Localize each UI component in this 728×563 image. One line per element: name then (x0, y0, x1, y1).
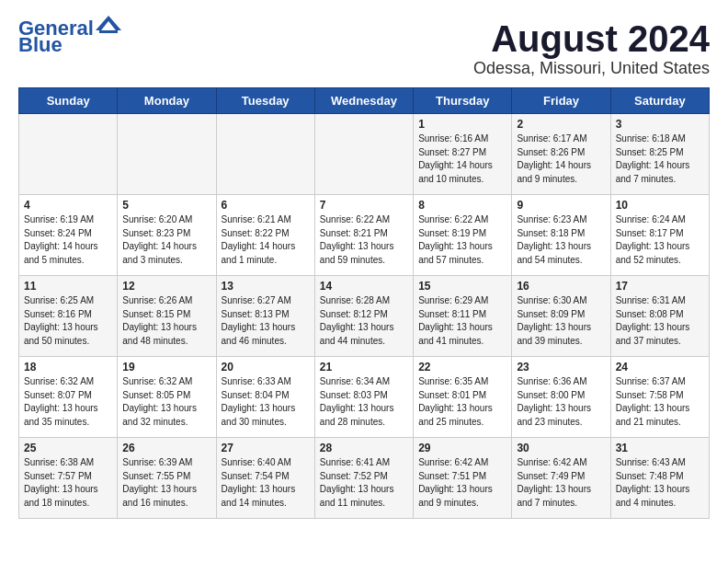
day-header-wednesday: Wednesday (314, 88, 413, 114)
calendar-week-3: 11Sunrise: 6:25 AM Sunset: 8:16 PM Dayli… (19, 276, 710, 357)
day-number: 22 (418, 361, 506, 373)
calendar-week-5: 25Sunrise: 6:38 AM Sunset: 7:57 PM Dayli… (19, 438, 710, 519)
logo-blue: Blue (18, 35, 63, 55)
day-info: Sunrise: 6:32 AM Sunset: 8:05 PM Dayligh… (122, 375, 210, 429)
calendar-cell (314, 114, 413, 195)
day-info: Sunrise: 6:35 AM Sunset: 8:01 PM Dayligh… (418, 375, 506, 429)
day-number: 30 (517, 442, 605, 454)
calendar-cell: 29Sunrise: 6:42 AM Sunset: 7:51 PM Dayli… (414, 438, 512, 519)
day-number: 11 (24, 280, 112, 293)
day-info: Sunrise: 6:22 AM Sunset: 8:19 PM Dayligh… (418, 213, 506, 267)
calendar-cell: 10Sunrise: 6:24 AM Sunset: 8:17 PM Dayli… (610, 195, 709, 276)
day-info: Sunrise: 6:43 AM Sunset: 7:48 PM Dayligh… (616, 456, 704, 510)
calendar-body: 1Sunrise: 6:16 AM Sunset: 8:27 PM Daylig… (19, 114, 710, 519)
day-info: Sunrise: 6:20 AM Sunset: 8:23 PM Dayligh… (122, 213, 210, 267)
day-number: 23 (517, 361, 605, 373)
calendar-cell (118, 114, 216, 195)
day-info: Sunrise: 6:17 AM Sunset: 8:26 PM Dayligh… (517, 132, 605, 186)
day-number: 29 (418, 442, 506, 454)
day-header-friday: Friday (512, 88, 610, 114)
calendar-cell: 2Sunrise: 6:17 AM Sunset: 8:26 PM Daylig… (512, 114, 610, 195)
calendar-week-1: 1Sunrise: 6:16 AM Sunset: 8:27 PM Daylig… (19, 114, 710, 195)
day-number: 28 (320, 442, 408, 454)
day-number: 4 (24, 199, 112, 212)
day-info: Sunrise: 6:33 AM Sunset: 8:04 PM Dayligh… (222, 375, 310, 429)
day-info: Sunrise: 6:34 AM Sunset: 8:03 PM Dayligh… (320, 375, 408, 429)
calendar-cell: 30Sunrise: 6:42 AM Sunset: 7:49 PM Dayli… (512, 438, 610, 519)
day-info: Sunrise: 6:18 AM Sunset: 8:25 PM Dayligh… (616, 132, 704, 186)
page-subtitle: Odessa, Missouri, United States (473, 59, 710, 78)
day-header-monday: Monday (118, 88, 216, 114)
day-number: 18 (24, 361, 112, 373)
day-info: Sunrise: 6:22 AM Sunset: 8:21 PM Dayligh… (320, 213, 408, 267)
calendar-cell: 12Sunrise: 6:26 AM Sunset: 8:15 PM Dayli… (118, 276, 216, 357)
day-header-tuesday: Tuesday (216, 88, 314, 114)
day-number: 24 (616, 361, 704, 373)
day-number: 13 (222, 280, 310, 293)
day-number: 27 (222, 442, 310, 454)
calendar-cell: 1Sunrise: 6:16 AM Sunset: 8:27 PM Daylig… (414, 114, 512, 195)
day-number: 9 (517, 199, 605, 212)
day-number: 26 (122, 442, 210, 454)
day-info: Sunrise: 6:23 AM Sunset: 8:18 PM Dayligh… (517, 213, 605, 267)
day-number: 5 (122, 199, 210, 212)
day-header-sunday: Sunday (19, 88, 118, 114)
calendar-cell: 23Sunrise: 6:36 AM Sunset: 8:00 PM Dayli… (512, 357, 610, 438)
calendar-cell: 27Sunrise: 6:40 AM Sunset: 7:54 PM Dayli… (216, 438, 314, 519)
calendar-cell: 13Sunrise: 6:27 AM Sunset: 8:13 PM Dayli… (216, 276, 314, 357)
day-info: Sunrise: 6:42 AM Sunset: 7:51 PM Dayligh… (418, 456, 506, 510)
calendar-cell: 6Sunrise: 6:21 AM Sunset: 8:22 PM Daylig… (216, 195, 314, 276)
day-number: 16 (517, 280, 605, 293)
calendar-cell: 18Sunrise: 6:32 AM Sunset: 8:07 PM Dayli… (19, 357, 118, 438)
day-info: Sunrise: 6:21 AM Sunset: 8:22 PM Dayligh… (222, 213, 310, 267)
logo: General Blue (18, 18, 121, 55)
page-title: August 2024 (473, 18, 710, 59)
day-number: 14 (320, 280, 408, 293)
day-number: 10 (616, 199, 704, 212)
day-number: 21 (320, 361, 408, 373)
calendar-cell: 21Sunrise: 6:34 AM Sunset: 8:03 PM Dayli… (314, 357, 413, 438)
calendar-week-2: 4Sunrise: 6:19 AM Sunset: 8:24 PM Daylig… (19, 195, 710, 276)
day-info: Sunrise: 6:32 AM Sunset: 8:07 PM Dayligh… (24, 375, 112, 429)
calendar-cell: 16Sunrise: 6:30 AM Sunset: 8:09 PM Dayli… (512, 276, 610, 357)
svg-marker-0 (96, 16, 121, 30)
day-info: Sunrise: 6:38 AM Sunset: 7:57 PM Dayligh… (24, 456, 112, 510)
day-number: 19 (122, 361, 210, 373)
calendar-cell: 22Sunrise: 6:35 AM Sunset: 8:01 PM Dayli… (414, 357, 512, 438)
day-info: Sunrise: 6:31 AM Sunset: 8:08 PM Dayligh… (616, 294, 704, 348)
day-info: Sunrise: 6:41 AM Sunset: 7:52 PM Dayligh… (320, 456, 408, 510)
day-number: 17 (616, 280, 704, 293)
header: General Blue August 2024 Odessa, Missour… (18, 18, 710, 78)
calendar-cell: 8Sunrise: 6:22 AM Sunset: 8:19 PM Daylig… (414, 195, 512, 276)
calendar-cell: 31Sunrise: 6:43 AM Sunset: 7:48 PM Dayli… (610, 438, 709, 519)
day-info: Sunrise: 6:27 AM Sunset: 8:13 PM Dayligh… (222, 294, 310, 348)
day-number: 3 (616, 118, 704, 131)
calendar-cell: 14Sunrise: 6:28 AM Sunset: 8:12 PM Dayli… (314, 276, 413, 357)
day-info: Sunrise: 6:30 AM Sunset: 8:09 PM Dayligh… (517, 294, 605, 348)
calendar-cell: 15Sunrise: 6:29 AM Sunset: 8:11 PM Dayli… (414, 276, 512, 357)
day-number: 12 (122, 280, 210, 293)
calendar-cell: 28Sunrise: 6:41 AM Sunset: 7:52 PM Dayli… (314, 438, 413, 519)
calendar-week-4: 18Sunrise: 6:32 AM Sunset: 8:07 PM Dayli… (19, 357, 710, 438)
calendar-cell: 26Sunrise: 6:39 AM Sunset: 7:55 PM Dayli… (118, 438, 216, 519)
calendar-cell: 11Sunrise: 6:25 AM Sunset: 8:16 PM Dayli… (19, 276, 118, 357)
calendar-cell: 5Sunrise: 6:20 AM Sunset: 8:23 PM Daylig… (118, 195, 216, 276)
day-info: Sunrise: 6:36 AM Sunset: 8:00 PM Dayligh… (517, 375, 605, 429)
day-info: Sunrise: 6:40 AM Sunset: 7:54 PM Dayligh… (222, 456, 310, 510)
calendar-table: SundayMondayTuesdayWednesdayThursdayFrid… (18, 87, 710, 519)
calendar-cell: 19Sunrise: 6:32 AM Sunset: 8:05 PM Dayli… (118, 357, 216, 438)
calendar-cell: 17Sunrise: 6:31 AM Sunset: 8:08 PM Dayli… (610, 276, 709, 357)
day-number: 31 (616, 442, 704, 454)
calendar-cell: 25Sunrise: 6:38 AM Sunset: 7:57 PM Dayli… (19, 438, 118, 519)
day-number: 20 (222, 361, 310, 373)
day-header-thursday: Thursday (414, 88, 512, 114)
day-number: 7 (320, 199, 408, 212)
day-info: Sunrise: 6:39 AM Sunset: 7:55 PM Dayligh… (122, 456, 210, 510)
calendar-cell: 9Sunrise: 6:23 AM Sunset: 8:18 PM Daylig… (512, 195, 610, 276)
calendar-cell (19, 114, 118, 195)
day-info: Sunrise: 6:29 AM Sunset: 8:11 PM Dayligh… (418, 294, 506, 348)
day-info: Sunrise: 6:25 AM Sunset: 8:16 PM Dayligh… (24, 294, 112, 348)
day-number: 1 (418, 118, 506, 131)
day-info: Sunrise: 6:26 AM Sunset: 8:15 PM Dayligh… (122, 294, 210, 348)
calendar-cell (216, 114, 314, 195)
